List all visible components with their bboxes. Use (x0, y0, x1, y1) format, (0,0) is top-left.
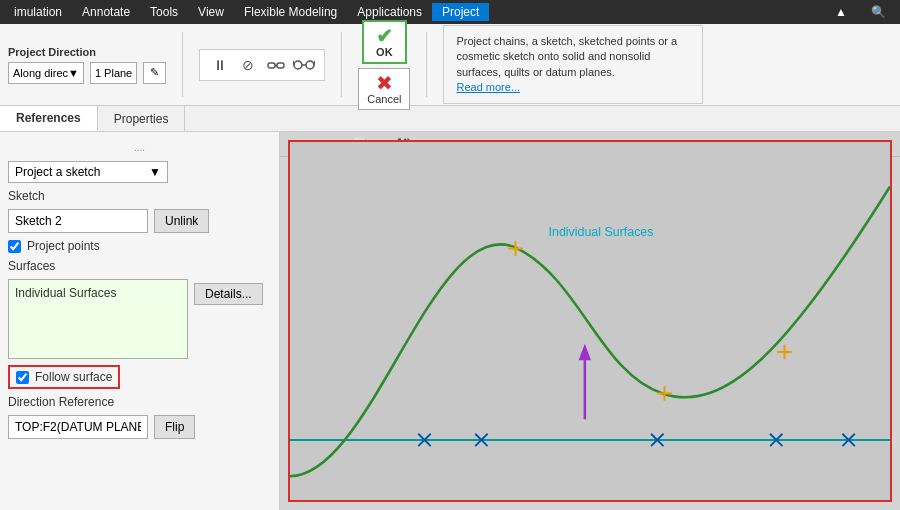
project-points-checkbox[interactable] (8, 240, 21, 253)
follow-surface-checkbox[interactable] (16, 371, 29, 384)
dropdown-arrow-icon: ▼ (149, 165, 161, 179)
viewport-inner: Individual Surfaces (288, 140, 892, 502)
menu-item-view[interactable]: View (188, 3, 234, 21)
flip-button[interactable]: Flip (154, 415, 195, 439)
tab-properties[interactable]: Properties (98, 106, 186, 131)
pause-icon[interactable]: ⏸ (208, 53, 232, 77)
toolbar-icons: ⏸ ⊘ (199, 49, 325, 81)
svg-text:Individual Surfaces: Individual Surfaces (549, 225, 654, 239)
direction-ref-label: Direction Reference (8, 395, 271, 409)
search-icon[interactable]: 🔍 (861, 3, 896, 21)
dots-separator: .... (8, 142, 271, 153)
left-panel: .... Project a sketch ▼ Sketch Unlink Pr… (0, 132, 280, 510)
direction-dropdown[interactable]: Along direc▼ (8, 62, 84, 84)
read-more-link[interactable]: Read more... (456, 81, 520, 93)
tab-references[interactable]: References (0, 106, 98, 131)
follow-surface-label: Follow surface (35, 370, 112, 384)
menu-bar-right: ▲ 🔍 (825, 3, 896, 21)
menu-item-tools[interactable]: Tools (140, 3, 188, 21)
surfaces-label: Surfaces (8, 259, 271, 273)
sketch-type-dropdown[interactable]: Project a sketch ▼ (8, 161, 168, 183)
svg-point-3 (294, 61, 302, 69)
plane-dropdown[interactable]: 1 Plane (90, 62, 137, 84)
menu-item-flexible-modeling[interactable]: Flexible Modeling (234, 3, 347, 21)
svg-marker-26 (579, 344, 591, 361)
unlink-button[interactable]: Unlink (154, 209, 209, 233)
ribbon-controls: Along direc▼ 1 Plane ✎ (8, 62, 166, 84)
help-section: Project chains, a sketch, sketched point… (443, 28, 703, 101)
sketch-type-row: Project a sketch ▼ (8, 161, 271, 183)
x-icon: ✖ (376, 73, 393, 93)
svg-rect-0 (268, 63, 275, 68)
section-title: Project Direction (8, 46, 166, 58)
help-text: Project chains, a sketch, sketched point… (456, 35, 677, 78)
help-box: Project chains, a sketch, sketched point… (443, 25, 703, 105)
project-points-label: Project points (27, 239, 100, 253)
direction-ref-input[interactable] (8, 415, 148, 439)
menu-bar: imulation Annotate Tools View Flexible M… (0, 0, 900, 24)
plane-icon-button[interactable]: ✎ (143, 62, 166, 84)
arrow-up-icon[interactable]: ▲ (825, 3, 857, 21)
sketch-row: Unlink (8, 209, 271, 233)
svg-line-7 (314, 61, 315, 65)
svg-point-4 (306, 61, 314, 69)
surfaces-row: Individual Surfaces Details... (8, 279, 271, 359)
checkmark-icon: ✔ (376, 26, 393, 46)
toolbar-section: ⏸ ⊘ (199, 28, 325, 101)
svg-rect-1 (277, 63, 284, 68)
ribbon: Project Direction Along direc▼ 1 Plane ✎… (0, 24, 900, 106)
sketch-input[interactable] (8, 209, 148, 233)
viewport: ↖ ⊕ ⊖ ⬜ ◱ 💾 📷 🖌 ⊞ ✦ ⤵ △ ⏸ ⏭ (280, 132, 900, 510)
cancel-button[interactable]: ✖ Cancel (358, 68, 410, 110)
direction-ref-row: Flip (8, 415, 271, 439)
project-points-row: Project points (8, 239, 271, 253)
menu-item-project[interactable]: Project (432, 3, 489, 21)
sketch-label: Sketch (8, 189, 271, 203)
glasses-icon[interactable] (292, 53, 316, 77)
no-icon[interactable]: ⊘ (236, 53, 260, 77)
ok-cancel-section: ✔ OK ✖ Cancel (358, 28, 410, 101)
viewport-svg: Individual Surfaces (290, 142, 890, 500)
project-direction-section: Project Direction Along direc▼ 1 Plane ✎ (8, 28, 166, 101)
link-icon[interactable] (264, 53, 288, 77)
tab-bar: References Properties (0, 106, 900, 132)
individual-surfaces-text: Individual Surfaces (15, 286, 116, 300)
surfaces-box[interactable]: Individual Surfaces (8, 279, 188, 359)
svg-line-6 (293, 61, 294, 65)
ok-button[interactable]: ✔ OK (362, 20, 407, 64)
menu-item-applications[interactable]: Applications (347, 3, 432, 21)
details-button[interactable]: Details... (194, 283, 263, 305)
main-content: .... Project a sketch ▼ Sketch Unlink Pr… (0, 132, 900, 510)
follow-surface-box: Follow surface (8, 365, 120, 389)
menu-item-annotate[interactable]: Annotate (72, 3, 140, 21)
menu-item-simulation[interactable]: imulation (4, 3, 72, 21)
